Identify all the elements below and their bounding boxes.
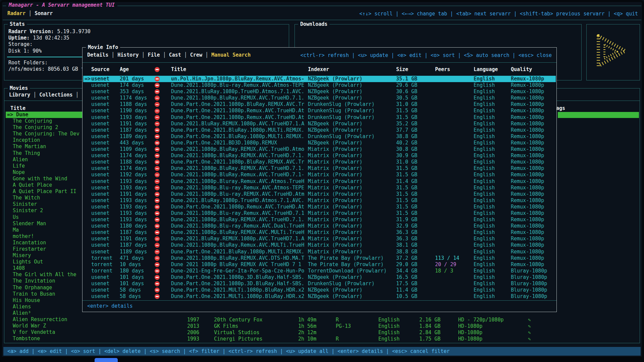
search-result-row[interactable]: usenet1174 daysDune.2021.1080p.BluRay.RE… xyxy=(83,153,556,159)
movie-table-row[interactable]: 1993Cinergi Pictures2h 10mREnglish1.75 G… xyxy=(4,336,639,342)
movie-list-item[interactable]: The Girl with All the xyxy=(6,272,85,278)
cell-title: Dune.Part.One.2021.1080p.3D.BluRay.Half-… xyxy=(171,281,308,287)
search-result-row[interactable]: usenet353 daysDune.2021.BluRay.1080p.Tru… xyxy=(83,88,556,95)
search-result-row[interactable]: usenet1174 daysDune.2021.1080p.BluRay.RE… xyxy=(83,95,556,101)
cell-size: 31.5 GB xyxy=(396,172,435,178)
search-result-row[interactable]: usenet1189 daysDune.Part.One.2021.BluRay… xyxy=(83,249,556,255)
search-result-row[interactable]: usenet1191 daysDune.2021.BluRay.REMUX.10… xyxy=(83,121,556,127)
row-prefix xyxy=(83,121,91,127)
movie-list-item[interactable]: Life xyxy=(6,163,85,169)
search-result-row[interactable]: usenet101 daysDune.Part.One.2021.1080p.3… xyxy=(83,274,556,281)
search-result-row[interactable]: usenet1109 daysDune.2021.1080p.BluRay.RE… xyxy=(83,146,556,153)
cell-language: English xyxy=(474,236,511,242)
movie-list-item[interactable]: Train to Busan xyxy=(6,291,85,297)
movie-info-tab-crew[interactable]: Crew xyxy=(190,52,202,58)
servarr-tab-sonarr[interactable]: Sonarr xyxy=(35,10,53,16)
cell-source: usenet xyxy=(91,88,120,95)
search-result-row[interactable]: usenet1193 daysDune.2021.1080p.BluRay.RE… xyxy=(83,217,556,223)
movie-list-item[interactable]: The Conjuring xyxy=(6,118,85,124)
movie-list-item[interactable]: The Conjuring: The Dev xyxy=(6,131,85,137)
cell-quality: Remux-1080p xyxy=(511,165,556,172)
rejected-cell xyxy=(155,191,171,197)
movie-list-item[interactable]: The Conjuring 2 xyxy=(6,124,85,131)
movie-list-item[interactable]: The Martian xyxy=(6,143,85,150)
search-result-row[interactable]: usenet1193 daysDune.Part.One.2021.1080p.… xyxy=(83,204,556,210)
movie-list-item[interactable]: The Orphanage xyxy=(6,285,85,291)
search-result-row[interactable]: usenet1189 daysDune.Part.One.2021.BluRay… xyxy=(83,133,556,140)
movie-table-row[interactable]: 199720th Century Fox1h 49mREnglish2.16 G… xyxy=(4,317,639,323)
cell-quality: Remux-1080p xyxy=(511,229,556,236)
movie-list-item[interactable]: 1408 xyxy=(6,265,85,272)
search-result-row[interactable]: usenet1187 daysDune.2021.1080p.BluRay.RE… xyxy=(83,229,556,236)
search-result-row[interactable]: usenet1187 daysDune.2021.1080p.BluRay.Re… xyxy=(83,242,556,248)
search-result-row[interactable]: torrent10 daysDune 2021 1080p BluRay REM… xyxy=(83,261,556,268)
movie-info-tab-history[interactable]: History xyxy=(117,52,139,58)
movie-list-item[interactable]: The Thing xyxy=(6,150,85,157)
cell-peers xyxy=(435,108,474,114)
cell-indexer: NZBgeek (Prowlarr) xyxy=(308,95,396,101)
movie-list-item[interactable]: Alien xyxy=(6,157,85,163)
movie-list-item[interactable]: Firestarter xyxy=(6,246,85,252)
search-result-row[interactable]: torrent471 daysDune.2021.1080p.BluRay.RE… xyxy=(83,255,556,261)
search-result-row[interactable]: usenet1180 daysDune.2021.1080p.Blu-ray.R… xyxy=(83,223,556,229)
cell-language: English xyxy=(474,281,511,287)
movie-list-item[interactable]: => Dune xyxy=(6,112,85,118)
movie-list-item[interactable]: Sinister 2 xyxy=(6,207,85,214)
search-result-row[interactable]: usenet174 daysDune.2021.1080p.Blu-ray.Re… xyxy=(83,82,556,88)
search-result-row[interactable]: =>usenet201 daysun.Pol.Hin.Jpn.1080p.Blu… xyxy=(83,76,556,82)
movie-list-item[interactable]: Alien³ xyxy=(6,310,85,316)
search-result-row[interactable]: usenet1193 daysDune.2021.1080p.Bluray.Re… xyxy=(83,178,556,185)
search-result-row[interactable]: usenet101 daysDune.Part.One.2021.1080p.3… xyxy=(83,281,556,287)
movie-info-tab-file[interactable]: File xyxy=(148,52,160,58)
search-results-table: =>usenet201 daysun.Pol.Hin.Jpn.1080p.Blu… xyxy=(83,76,556,300)
cell-indexer: DrunkenSlug (Prowlarr) xyxy=(308,114,396,121)
edit-pencil-icon: ✎ xyxy=(528,317,531,323)
search-result-row[interactable]: usenet1191 daysDune.2021.1080p.Blu-ray.R… xyxy=(83,191,556,197)
movie-list-item[interactable]: Ma xyxy=(6,227,85,233)
cell-peers xyxy=(435,204,474,210)
search-result-row[interactable]: usenet58 daysDune.Part.One.2021.MULTi.10… xyxy=(83,287,556,293)
movie-list-item[interactable]: The Invitation xyxy=(6,278,85,284)
movie-list-item[interactable]: Misery xyxy=(6,252,85,259)
movie-table-row[interactable]: 2006Virtual Studios2h 12mEnglish2.84 GBH… xyxy=(4,329,639,336)
header-indexer: Indexer xyxy=(308,66,396,73)
search-result-row[interactable]: usenet1193 daysDune.2021.1080p.Blu-ray.R… xyxy=(83,185,556,191)
search-result-row[interactable]: usenet1191 daysDune.2021.BluRay.REMUX.10… xyxy=(83,236,556,242)
search-result-row[interactable]: torrent180 daysDune-2021-Eng-Fre-Ger-Ita… xyxy=(83,268,556,274)
movies-tab-collections[interactable]: Collections xyxy=(39,92,72,98)
movie-list-item[interactable]: Gone with the Wind xyxy=(6,176,85,182)
search-result-row[interactable]: usenet1193 daysDune.Part.One.2021.1080p.… xyxy=(83,114,556,121)
movie-list-item[interactable]: Aliens xyxy=(6,304,85,310)
search-result-row[interactable]: usenet1174 daysDune.2021.1080p.BluRay.RE… xyxy=(83,165,556,172)
movie-list-item[interactable]: Nope xyxy=(6,169,85,176)
movie-list-item[interactable]: Sinister xyxy=(6,201,85,207)
search-result-row[interactable]: usenet1190 daysDune.Part.One.2021.1080p.… xyxy=(83,108,556,114)
movies-tab-library[interactable]: Library xyxy=(9,92,30,98)
movie-list-item[interactable]: Us xyxy=(6,214,85,221)
search-result-row[interactable]: usenet1193 daysDune.2021.1080p.Blu-ray.R… xyxy=(83,210,556,217)
search-result-row[interactable]: usenet443 daysDune.Part.One.2021.BD3D.10… xyxy=(83,140,556,146)
search-result-row[interactable]: usenet1188 daysDune.Part.One.2021.1080p.… xyxy=(83,159,556,165)
search-result-row[interactable]: usenet58 daysDune.Part.One.2021.MULTi.10… xyxy=(83,293,556,300)
search-result-row[interactable]: usenet1188 daysDune.Part.One.2021.1080p.… xyxy=(83,101,556,108)
movie-list-item[interactable]: mother! xyxy=(6,233,85,240)
movie-list-item[interactable]: His House xyxy=(6,297,85,304)
search-result-row[interactable]: usenet1193 daysDune.2021.BluRay.1080p.Tr… xyxy=(83,197,556,204)
movie-list-item[interactable]: Incantation xyxy=(6,240,85,246)
movie-list-item[interactable]: The Witch xyxy=(6,195,85,201)
movie-info-tab-details[interactable]: Details xyxy=(87,52,108,58)
movie-list-item[interactable]: Lights Out xyxy=(6,259,85,265)
movie-list-item[interactable]: A Quiet Place xyxy=(6,182,85,188)
movie-table-row[interactable]: 2013GK Films1h 56mPG-13English1.84 GBHD-… xyxy=(4,323,639,329)
movie-list-item[interactable]: Inception xyxy=(6,137,85,143)
cell-language: English xyxy=(474,261,511,268)
search-result-row[interactable]: usenet1187 daysDune.Part.One.2021.BluRay… xyxy=(83,127,556,133)
movie-info-tab-cast[interactable]: Cast xyxy=(169,52,181,58)
movie-list-item[interactable]: A Quiet Place Part II xyxy=(6,188,85,195)
movie-list-item[interactable]: Slender Man xyxy=(6,221,85,227)
cell-size: 16.5 GB xyxy=(396,274,435,281)
movie-info-tab-manual-search[interactable]: Manual Search xyxy=(211,52,251,58)
taskbar-fragment[interactable] xyxy=(95,358,118,362)
search-result-row[interactable]: usenet1192 daysDune.2021.1080p.BluRay.Re… xyxy=(83,172,556,178)
servarr-tab-radarr[interactable]: Radarr xyxy=(7,10,25,16)
